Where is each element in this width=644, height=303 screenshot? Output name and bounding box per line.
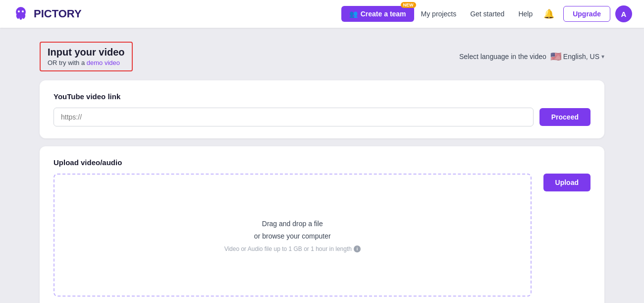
youtube-url-input[interactable] bbox=[54, 108, 534, 126]
language-value: English, US bbox=[563, 53, 599, 61]
get-started-button[interactable]: Get started bbox=[463, 10, 511, 18]
upgrade-button[interactable]: Upgrade bbox=[563, 6, 610, 22]
chevron-down-icon: ▾ bbox=[601, 53, 604, 60]
header-row: Input your video OR try with a demo vide… bbox=[40, 42, 604, 71]
select-language-label: Select language in the video bbox=[459, 53, 546, 61]
upload-card: Upload video/audio Drag and drop a file … bbox=[40, 146, 604, 303]
youtube-row: Proceed bbox=[54, 108, 590, 126]
upload-button[interactable]: Upload bbox=[543, 174, 590, 191]
language-dropdown[interactable]: 🇺🇸 English, US ▾ bbox=[550, 51, 604, 62]
logo-icon bbox=[12, 5, 30, 23]
create-team-button[interactable]: 👥 Create a team NEW bbox=[341, 6, 414, 22]
team-icon: 👥 bbox=[349, 10, 358, 18]
proceed-button[interactable]: Proceed bbox=[539, 108, 590, 126]
svg-point-5 bbox=[22, 10, 24, 12]
drag-drop-line1: Drag and drop a file bbox=[254, 218, 331, 230]
dropzone-text: Drag and drop a file or browse your comp… bbox=[254, 218, 331, 242]
upload-row: Drag and drop a file or browse your comp… bbox=[54, 174, 590, 297]
new-badge: NEW bbox=[401, 2, 416, 8]
help-button[interactable]: Help bbox=[511, 10, 539, 18]
svg-point-4 bbox=[18, 10, 20, 12]
logo[interactable]: PICTORY bbox=[12, 5, 82, 23]
main-content: Input your video OR try with a demo vide… bbox=[0, 28, 644, 303]
dropzone-sub: Video or Audio file up to 1 GB or 1 hour… bbox=[224, 245, 361, 252]
youtube-card: YouTube video link Proceed bbox=[40, 80, 604, 138]
svg-point-2 bbox=[19, 15, 22, 20]
input-video-box: Input your video OR try with a demo vide… bbox=[40, 42, 133, 71]
drag-drop-line2: or browse your computer bbox=[254, 230, 331, 242]
flag-icon: 🇺🇸 bbox=[550, 51, 561, 62]
dropzone[interactable]: Drag and drop a file or browse your comp… bbox=[54, 174, 532, 297]
bell-icon[interactable]: 🔔 bbox=[539, 8, 558, 19]
language-selector: Select language in the video 🇺🇸 English,… bbox=[459, 51, 604, 62]
page-title: Input your video bbox=[48, 47, 125, 58]
youtube-card-label: YouTube video link bbox=[54, 92, 590, 101]
demo-video-link[interactable]: demo video bbox=[87, 59, 120, 66]
info-icon: i bbox=[354, 245, 361, 252]
or-try-text: OR try with a demo video bbox=[48, 59, 125, 66]
my-projects-button[interactable]: My projects bbox=[414, 10, 464, 18]
avatar[interactable]: A bbox=[615, 5, 632, 22]
logo-text: PICTORY bbox=[34, 7, 82, 20]
navbar: PICTORY 👥 Create a team NEW My projects … bbox=[0, 0, 644, 28]
create-team-label: Create a team bbox=[361, 10, 406, 18]
upload-card-label: Upload video/audio bbox=[54, 158, 590, 167]
